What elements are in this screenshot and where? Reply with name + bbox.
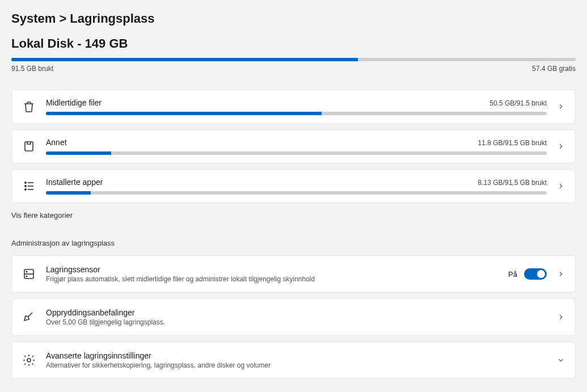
cleanup-sub: Over 5,00 GB tilgjengelig lagringsplass. <box>46 318 547 326</box>
category-usage: 11.8 GB/91,5 GB brukt <box>478 139 547 147</box>
gear-icon <box>22 353 36 367</box>
category-bar <box>46 112 547 115</box>
category-bar <box>46 191 547 195</box>
storage-category-card[interactable]: Annet11.8 GB/91,5 GB brukt <box>11 129 576 163</box>
storage-sense-title: Lagringssensor <box>46 265 498 274</box>
chevron-right-icon <box>557 142 565 150</box>
storage-management-header: Administrasjon av lagringsplass <box>11 239 576 247</box>
category-bar <box>46 151 547 155</box>
chevron-right-icon <box>557 103 565 111</box>
disk-usage-fill <box>11 58 358 61</box>
svg-point-5 <box>25 189 26 190</box>
trash-icon <box>22 100 36 113</box>
cleanup-recommendations-card[interactable]: Oppryddingsanbefalinger Over 5,00 GB til… <box>11 298 576 336</box>
storage-sense-sub: Frigjør plass automatisk, slett midlerti… <box>46 275 498 283</box>
advanced-sub: Alternativer for sikkerhetskopiering, la… <box>46 361 547 369</box>
storage-icon <box>22 267 36 281</box>
storage-sense-state: På <box>508 270 517 279</box>
toggle-knob <box>537 270 545 278</box>
disk-used-label: 91.5 GB brukt <box>11 65 53 73</box>
disk-title: Lokal Disk - 149 GB <box>11 36 576 51</box>
svg-point-12 <box>27 359 31 362</box>
breadcrumb: System > Lagringsplass <box>11 11 576 26</box>
svg-rect-0 <box>25 142 33 151</box>
category-title: Midlertidige filer <box>46 98 102 107</box>
svg-point-10 <box>26 276 27 277</box>
chevron-right-icon <box>557 270 565 278</box>
svg-point-9 <box>26 271 27 272</box>
apps-icon <box>22 179 36 193</box>
svg-point-3 <box>25 186 26 187</box>
category-bar-fill <box>46 151 111 155</box>
storage-sense-card[interactable]: Lagringssensor Frigjør plass automatisk,… <box>11 255 576 293</box>
disk-free-label: 57.4 GB gratis <box>532 65 576 73</box>
chevron-right-icon <box>557 182 565 190</box>
cleanup-title: Oppryddingsanbefalinger <box>46 308 547 317</box>
storage-category-card[interactable]: Installerte apper8.13 GB/91,5 GB brukt <box>11 169 576 203</box>
storage-sense-toggle[interactable] <box>524 268 547 280</box>
chevron-down-icon <box>557 356 565 364</box>
category-usage: 8.13 GB/91,5 GB brukt <box>478 179 547 187</box>
disk-usage-bar <box>11 58 576 61</box>
category-bar-fill <box>46 191 91 195</box>
category-title: Installerte apper <box>46 178 103 187</box>
advanced-storage-card[interactable]: Avanserte lagringsinnstillinger Alternat… <box>11 342 576 379</box>
category-usage: 50.5 GB/91.5 brukt <box>489 99 547 107</box>
show-more-categories-link[interactable]: Vis flere kategorier <box>11 211 576 220</box>
storage-category-card[interactable]: Midlertidige filer50.5 GB/91.5 brukt <box>11 90 576 124</box>
chevron-right-icon <box>557 313 565 321</box>
package-icon <box>22 140 36 153</box>
category-title: Annet <box>46 138 67 147</box>
svg-line-11 <box>28 313 32 317</box>
advanced-title: Avanserte lagringsinnstillinger <box>46 351 547 360</box>
broom-icon <box>22 310 36 324</box>
svg-point-1 <box>25 182 26 183</box>
category-bar-fill <box>46 112 322 115</box>
